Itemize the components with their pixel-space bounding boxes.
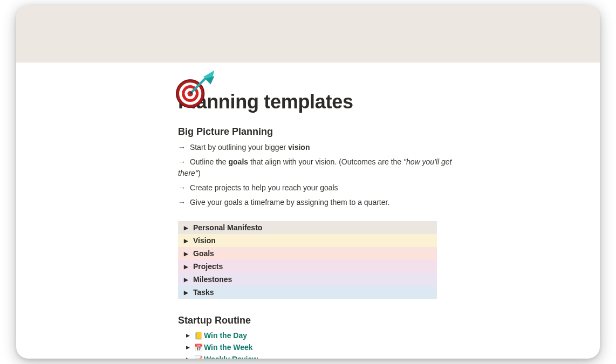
toggle-milestones[interactable]: ▶ Milestones (178, 273, 437, 286)
toggle-label: Milestones (193, 275, 232, 284)
page-content: Planning templates Big Picture Planning … (16, 91, 468, 359)
arrow-icon: → (178, 197, 186, 209)
routine-label: Win the Week (204, 343, 253, 352)
routine-item-win-the-day[interactable]: ▶ 📒 Win the Day (178, 329, 468, 341)
routine-list: ▶ 📒 Win the Day ▶ 📅 Win the Week ▶ 📝 Wee… (178, 329, 468, 359)
bullet-item: → Create projects to help you reach your… (178, 182, 468, 194)
caret-right-icon: ▶ (182, 289, 190, 296)
caret-right-icon: ▶ (182, 237, 190, 244)
caret-right-icon: ▶ (182, 224, 190, 231)
caret-right-icon: ▶ (184, 344, 191, 351)
routine-label: Win the Day (204, 331, 247, 340)
svg-point-9 (190, 92, 192, 94)
toggle-label: Personal Manifesto (193, 223, 262, 232)
routine-item-weekly-review[interactable]: ▶ 📝 Weekly Review (178, 353, 468, 359)
caret-right-icon: ▶ (184, 332, 191, 339)
notebook-icon: 📒 (194, 332, 204, 340)
bullet-list: → Start by outlining your bigger vision … (178, 142, 468, 208)
toggle-tasks[interactable]: ▶ Tasks (178, 286, 437, 299)
section-heading-startup-routine: Startup Routine (178, 315, 468, 326)
toggle-vision[interactable]: ▶ Vision (178, 234, 437, 247)
app-window: Planning templates Big Picture Planning … (16, 5, 600, 359)
page-title: Planning templates (178, 91, 468, 113)
bullet-item: → Start by outlining your bigger vision (178, 142, 468, 154)
memo-icon: 📝 (194, 355, 204, 359)
routine-label: Weekly Review (204, 355, 258, 359)
page-cover (16, 5, 600, 63)
caret-right-icon: ▶ (182, 276, 190, 283)
toggle-label: Vision (193, 236, 216, 245)
arrow-icon: → (178, 182, 186, 194)
page-icon-dart-target[interactable] (173, 66, 219, 112)
arrow-icon: → (178, 142, 186, 154)
bullet-item: → Outline the goals that align with your… (178, 156, 468, 180)
caret-right-icon: ▶ (184, 355, 191, 359)
toggle-label: Projects (193, 262, 223, 271)
toggle-label: Goals (193, 249, 214, 258)
toggle-projects[interactable]: ▶ Projects (178, 260, 437, 273)
toggle-label: Tasks (193, 288, 214, 297)
section-heading-big-picture: Big Picture Planning (178, 126, 468, 138)
caret-right-icon: ▶ (182, 263, 190, 270)
caret-right-icon: ▶ (182, 250, 190, 257)
toggle-personal-manifesto[interactable]: ▶ Personal Manifesto (178, 221, 437, 234)
calendar-icon: 📅 (194, 344, 204, 352)
toggle-list: ▶ Personal Manifesto ▶ Vision ▶ Goals ▶ … (178, 221, 437, 299)
routine-item-win-the-week[interactable]: ▶ 📅 Win the Week (178, 341, 468, 353)
arrow-icon: → (178, 156, 186, 168)
toggle-goals[interactable]: ▶ Goals (178, 247, 437, 260)
bullet-item: → Give your goals a timeframe by assigni… (178, 197, 468, 209)
